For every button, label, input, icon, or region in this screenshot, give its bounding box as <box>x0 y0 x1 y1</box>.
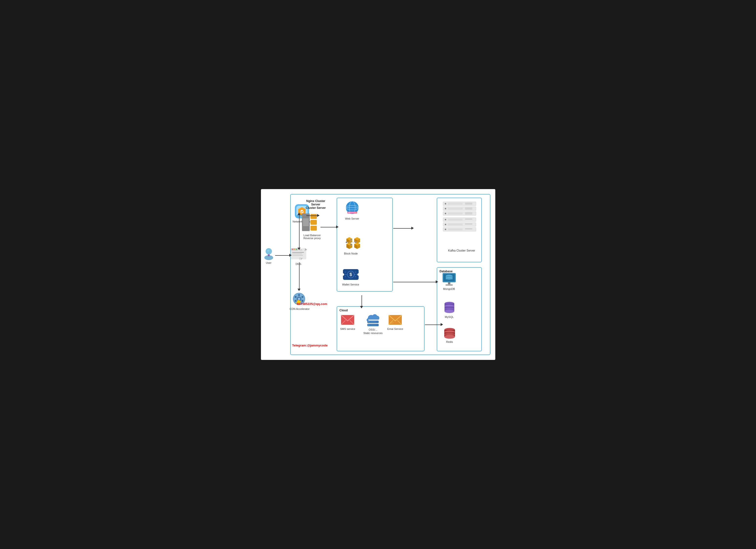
contact-telegram: Telegram:@jammycode <box>292 343 328 347</box>
svg-point-35 <box>348 212 349 213</box>
svg-rect-72 <box>448 203 463 205</box>
oss-label: OSS/...Static resources <box>363 328 383 335</box>
lb-label: Load Balancer Reverse proxy <box>298 234 327 240</box>
mongodb-label: MongoDB <box>443 287 455 290</box>
svg-point-2 <box>267 250 269 252</box>
sms-label: SMS service <box>340 327 355 330</box>
block-node-label: Block Node <box>344 252 358 255</box>
wallet-service-icon: $ ✦ ✦ ✦ ✦ <box>342 267 360 282</box>
user-label: User <box>266 261 271 265</box>
email-icon <box>388 313 402 326</box>
arrowhead-nginx-services <box>336 226 339 229</box>
svg-point-25 <box>295 296 297 298</box>
svg-point-27 <box>295 300 297 302</box>
svg-rect-74 <box>465 204 472 205</box>
mysql-label: MySQL <box>445 315 454 319</box>
svg-point-22 <box>298 298 300 300</box>
svg-text:✦: ✦ <box>355 276 356 278</box>
svg-point-81 <box>445 213 446 214</box>
nginx-lb <box>302 214 317 231</box>
svg-rect-60 <box>370 321 376 322</box>
dns-label: DNS <box>296 262 301 266</box>
cdn-label: CDN Accelerator <box>290 307 310 310</box>
sms-icon <box>341 313 355 326</box>
svg-point-94 <box>445 229 446 230</box>
arrowhead-dns-fw-up <box>298 213 300 215</box>
block-node-icon <box>342 234 361 251</box>
arrow-nginx-services <box>321 227 337 228</box>
mysql-component: MySQL <box>442 300 457 319</box>
svg-rect-64 <box>370 324 376 325</box>
svg-rect-87 <box>448 219 463 221</box>
sms-component: SMS service <box>340 313 355 330</box>
redis-icon <box>442 326 457 339</box>
arrow-wallet-cloud <box>362 295 362 306</box>
svg-rect-3 <box>268 254 270 256</box>
contact-email: 837385225@qq.com <box>297 302 327 306</box>
redis-label: Redis <box>446 340 453 343</box>
kafka-server-2 <box>441 217 478 233</box>
arrow-dns-fw-line <box>299 215 300 249</box>
email-component: Emai Service <box>387 313 403 330</box>
cdn-component: CDN Accelerator <box>290 291 310 310</box>
svg-rect-88 <box>465 219 472 220</box>
kafka-label: Kafka Cluster Server <box>439 249 484 252</box>
svg-text:✦: ✦ <box>355 271 356 273</box>
svg-text:$: $ <box>350 272 352 277</box>
svg-point-59 <box>368 321 369 322</box>
svg-point-12 <box>294 249 295 250</box>
kafka-server-1 <box>441 201 478 217</box>
email-label: Emai Service <box>387 327 403 330</box>
svg-rect-78 <box>465 208 472 209</box>
cloud-label: Cloud <box>340 309 348 312</box>
mysql-icon <box>442 300 457 314</box>
svg-rect-73 <box>465 203 472 204</box>
web-server-component: Web Server <box>343 201 361 220</box>
arrowhead-wallet-db <box>436 280 438 283</box>
arrow-cloud-db <box>425 324 442 325</box>
arrow-wallet-db <box>393 282 437 282</box>
redis-component: Redis <box>442 326 457 343</box>
svg-rect-79 <box>465 209 472 210</box>
mongodb-component: MongoDB <box>442 272 457 290</box>
mongodb-icon <box>442 272 457 286</box>
svg-point-37 <box>355 212 356 213</box>
svg-point-28 <box>301 300 303 302</box>
svg-point-111 <box>445 309 454 313</box>
svg-point-23 <box>298 294 300 296</box>
wallet-service-component: $ ✦ ✦ ✦ ✦ Wallet Service <box>342 267 360 286</box>
svg-point-118 <box>444 335 455 339</box>
svg-point-11 <box>292 249 293 250</box>
canvas: Cloud Database User <box>261 189 495 360</box>
svg-rect-102 <box>446 278 453 279</box>
web-server-label: Web Server <box>345 217 359 220</box>
arrowhead-fw-nginx <box>317 214 320 217</box>
oss-icon <box>365 312 381 327</box>
web-server-icon <box>343 201 361 216</box>
svg-rect-18 <box>292 255 303 256</box>
svg-rect-103 <box>448 282 450 284</box>
arrowhead-dns-fw-down <box>298 248 300 250</box>
svg-point-63 <box>368 324 369 325</box>
svg-text:✦: ✦ <box>344 271 346 273</box>
svg-rect-96 <box>465 229 472 229</box>
dns-component: www.***.com ☞ DNS <box>290 248 307 266</box>
arrowhead-dns-cdn <box>298 288 300 291</box>
arrow-fw-nginx <box>306 216 318 216</box>
arrowhead-wallet-cloud <box>360 306 363 308</box>
svg-rect-16 <box>292 252 304 253</box>
svg-point-90 <box>445 224 446 225</box>
svg-text:☞: ☞ <box>299 257 303 261</box>
arrowhead-user-dns <box>289 254 292 257</box>
svg-rect-104 <box>445 284 453 286</box>
arrow-user-dns <box>275 255 290 256</box>
svg-rect-83 <box>465 213 472 214</box>
user-icon <box>263 247 275 260</box>
kafka-server-icon-2 <box>441 217 478 232</box>
svg-point-13 <box>296 249 297 250</box>
svg-rect-82 <box>448 213 463 215</box>
arrow-dns-cdn-line <box>299 262 300 289</box>
kafka-server-icon-1 <box>441 201 478 216</box>
block-node-component: Block Node <box>342 234 361 255</box>
arrowhead-services-kafka <box>411 227 414 230</box>
